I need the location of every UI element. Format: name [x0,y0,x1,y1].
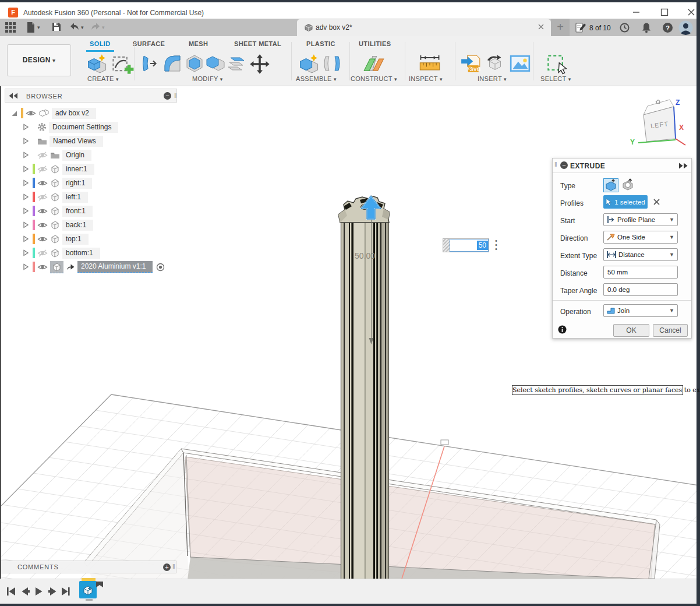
cancel-button[interactable]: Cancel [653,324,688,337]
browser-item-label[interactable]: left:1 [62,192,88,203]
dimension-value-input[interactable]: 50 [450,239,489,252]
browser-item-label[interactable]: right:1 [62,178,92,189]
browser-item-inner-1[interactable]: inner:1 [5,162,94,176]
extrude-dialog-header[interactable]: ‖ − EXTRUDE [553,158,691,173]
redo-caret[interactable]: ▾ [102,24,105,30]
collapse-panel-icon[interactable] [9,93,19,99]
expander-icon[interactable] [22,263,30,270]
browser-item-named-views[interactable]: Named Views [5,134,103,148]
browser-item-label[interactable]: inner:1 [62,164,94,175]
direction-dropdown[interactable]: One Side▼ [603,231,678,244]
job-status-icon[interactable] [575,22,587,33]
visibility-eye-icon[interactable] [37,235,48,243]
info-icon[interactable] [558,325,567,334]
save-icon[interactable] [51,22,62,32]
type-extrude-button[interactable] [603,178,618,192]
operation-dropdown[interactable]: Join▼ [603,304,678,317]
browser-header[interactable]: BROWSER − ‖ [5,89,177,103]
ribbon-tab-sheet-metal[interactable]: SHEET METAL [231,38,285,50]
browser-collapse-dot[interactable]: − [164,92,171,100]
insert-canvas-icon[interactable] [509,52,531,75]
view-cube[interactable]: LEFT Z X Y [630,98,685,146]
bell-icon[interactable] [641,22,652,33]
input-drag-grip[interactable] [443,239,450,252]
browser-item-origin[interactable]: Origin [5,148,91,162]
dialog-grip[interactable]: ‖ [554,161,557,168]
fillet-icon[interactable] [162,52,183,75]
start-dropdown[interactable]: Profile Plane▼ [603,213,678,226]
activate-component-radio[interactable] [156,263,165,272]
browser-item-left-1[interactable]: left:1 [5,190,88,204]
browser-item-label[interactable]: adv box v2 [52,108,96,119]
new-tab-button[interactable]: + [551,19,570,36]
expander-icon[interactable] [10,110,19,117]
select-icon[interactable] [546,52,570,76]
distance-input[interactable]: 50 mm [603,266,678,279]
input-options-kebab-icon[interactable]: ••• [494,239,499,251]
dialog-expand-icon[interactable] [678,163,688,169]
browser-item-right-1[interactable]: right:1 [5,176,92,190]
dialog-collapse-dot[interactable]: − [560,161,568,169]
insert-svg-icon[interactable]: SVG [460,52,482,76]
create-sketch-icon[interactable] [111,52,134,76]
joint-icon[interactable] [321,52,342,75]
offset-faces-icon[interactable] [226,52,247,75]
timeline-go-to-end-icon[interactable] [61,586,71,597]
browser-item-document-settings[interactable]: Document Settings [5,120,118,134]
tab-close-icon[interactable] [537,23,545,31]
expander-icon[interactable] [22,165,30,172]
create-solid-icon[interactable] [85,52,108,76]
assemble-group-label[interactable]: ASSEMBLE ▾ [296,75,337,82]
app-grid-icon[interactable] [5,22,16,33]
measure-icon[interactable] [418,52,441,76]
visibility-eye-icon[interactable] [37,165,48,173]
expander-icon[interactable] [22,221,30,228]
visibility-eye-icon[interactable] [37,152,48,159]
comments-bar[interactable]: COMMENTS + ‖ [0,561,176,573]
browser-item-front-1[interactable]: front:1 [5,204,93,218]
notifications-clock-icon[interactable] [619,22,630,33]
file-menu-icon[interactable] [26,22,36,33]
avatar[interactable] [678,20,693,35]
insert-derive-icon[interactable] [485,52,505,75]
browser-item-label[interactable]: bottom:1 [62,248,100,259]
create-group-label[interactable]: CREATE ▾ [87,75,119,82]
profiles-selected-chip[interactable]: 1 selected [603,195,648,209]
timeline-step-back-icon[interactable] [20,586,30,597]
browser-item-label[interactable]: 2020 Aluminium v1:1 [77,261,153,273]
close-button[interactable] [687,8,696,17]
browser-item-top-1[interactable]: top:1 [5,232,89,246]
minimize-button[interactable] [632,8,641,17]
insert-group-label[interactable]: INSERT ▾ [478,75,507,82]
clear-selection-icon[interactable] [653,198,660,206]
expander-icon[interactable] [22,193,30,200]
browser-item-label[interactable]: Document Settings [49,122,118,133]
browser-item-adv-box-v2[interactable]: adv box v2 [5,106,96,120]
undo-icon[interactable] [69,22,80,32]
timeline-step-forward-icon[interactable] [48,586,58,597]
type-thin-extrude-button[interactable] [621,178,636,192]
timeline-play-icon[interactable] [34,586,44,597]
visibility-eye-icon[interactable] [37,249,48,257]
expander-icon[interactable] [22,179,30,186]
modify-group-label[interactable]: MODIFY ▾ [192,75,223,82]
extent-type-dropdown[interactable]: Distance▼ [603,248,678,261]
press-pull-icon[interactable] [140,52,161,75]
browser-item-label[interactable]: front:1 [62,206,93,217]
visibility-eye-icon[interactable] [37,193,48,201]
ribbon-tab-plastic[interactable]: PLASTIC [303,38,339,50]
shell-icon[interactable] [184,52,205,75]
inspect-group-label[interactable]: INSPECT ▾ [409,75,443,82]
expander-icon[interactable] [22,235,30,242]
sketch-point-marker[interactable] [441,440,448,445]
browser-item-back-1[interactable]: back:1 [5,218,93,232]
file-menu-caret[interactable]: ▾ [37,24,40,30]
undo-caret[interactable]: ▾ [81,24,84,30]
browser-item-label[interactable]: top:1 [62,234,89,245]
visibility-eye-icon[interactable] [37,263,48,271]
expander-icon[interactable] [22,152,30,158]
job-status-count[interactable]: 8 of 10 [589,24,611,32]
browser-grip[interactable]: ‖ [174,92,177,99]
construct-group-label[interactable]: CONSTRUCT ▾ [351,75,397,82]
visibility-eye-icon[interactable] [26,110,36,117]
